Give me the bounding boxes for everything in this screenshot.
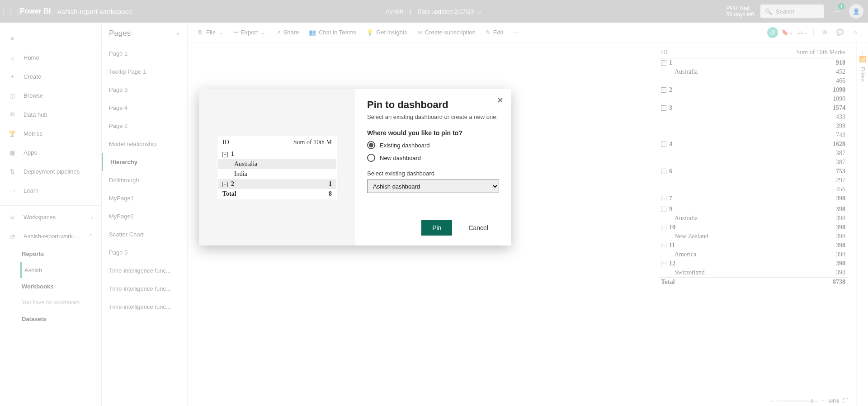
dashboard-select[interactable]: Ashish dashboard — [367, 179, 499, 193]
avatar[interactable]: 👤 — [849, 4, 863, 19]
page-item[interactable]: Page 1 — [102, 44, 187, 62]
collapse-icon[interactable]: − — [661, 60, 666, 66]
page-item[interactable]: MyPage2 — [102, 207, 187, 225]
search-box[interactable]: 🔍 — [760, 5, 824, 18]
page-item[interactable]: Scatter Chart — [102, 225, 187, 243]
table-row: −9398 — [658, 205, 848, 214]
page-item[interactable]: Drillthrough — [102, 171, 187, 189]
table-row: 433 — [658, 113, 848, 122]
nav-hamburger[interactable]: ≡ — [0, 29, 101, 48]
nav-pipelines[interactable]: ⇅Deployment pipelines — [0, 162, 101, 181]
share-button[interactable]: ↗Share — [272, 27, 303, 38]
nav-apps[interactable]: ▦Apps — [0, 143, 101, 162]
filters-pane-collapsed[interactable]: ‹ 📶 Filters — [856, 42, 868, 406]
reset-button[interactable]: ↺ — [767, 27, 778, 38]
nav-browse[interactable]: ◫Browse — [0, 86, 101, 105]
nav-datasets-header: Datasets — [0, 311, 101, 327]
center-updated[interactable]: Data updated 2/17/23 — [417, 8, 474, 15]
refresh-button[interactable]: ⟳ — [818, 26, 831, 39]
signal-icon: 📶 — [859, 56, 866, 62]
collapse-icon[interactable]: − — [661, 87, 666, 93]
collapse-icon[interactable]: − — [661, 105, 666, 111]
search-input[interactable] — [775, 8, 816, 15]
table-row: Australia452 — [658, 67, 848, 76]
mail-icon: ✉ — [417, 29, 422, 36]
nav-report-item[interactable]: Ashish — [20, 262, 101, 278]
nav-datahub[interactable]: ⧉Data hub — [0, 105, 101, 124]
zoom-in-icon[interactable]: + — [821, 398, 825, 404]
collapse-icon[interactable]: − — [661, 261, 666, 266]
fit-icon[interactable]: ⛶ — [843, 398, 848, 404]
comment-button[interactable]: 💬 — [834, 26, 846, 39]
table-row: −11398 — [658, 241, 848, 250]
page-item[interactable]: Time-intelligence func... — [102, 279, 187, 297]
pipeline-icon: ⇅ — [8, 168, 16, 175]
nav-workspaces[interactable]: ⧈Workspaces› — [0, 208, 101, 227]
collapse-icon[interactable]: − — [661, 225, 666, 230]
page-item[interactable]: Time-intelligence func... — [102, 297, 187, 316]
page-item[interactable]: Time-intelligence func... — [102, 261, 187, 279]
more-icon[interactable]: ⋯ 1 — [830, 5, 843, 18]
radio-icon — [367, 154, 375, 162]
page-item[interactable]: Page 5 — [102, 243, 187, 261]
zoom-control[interactable]: − + 84% ⛶ — [770, 398, 848, 404]
brand: Power BI — [20, 7, 51, 15]
matrix-visual[interactable]: ID Sum of 10th Marks −1918Australia45246… — [658, 47, 848, 287]
nav-learn[interactable]: ▭Learn — [0, 181, 101, 200]
radio-new[interactable]: New dashboard — [367, 154, 499, 162]
export-button[interactable]: ↦Export⌄ — [230, 27, 269, 38]
bookmark-button[interactable]: 🔖⌄ — [781, 26, 793, 39]
apps-icon: ▦ — [8, 149, 16, 156]
pin-button[interactable]: Pin — [421, 220, 452, 236]
table-row: Australia398 — [658, 214, 848, 223]
table-row: Switzerland398 — [658, 268, 848, 277]
zoom-slider[interactable] — [777, 401, 818, 401]
favorite-button[interactable]: ☆ — [849, 26, 862, 39]
nav-home[interactable]: ⌂Home — [0, 48, 101, 67]
page-item[interactable]: Page 3 — [102, 80, 187, 99]
page-item[interactable]: MyPage1 — [102, 189, 187, 207]
chevron-down-icon[interactable]: ⌄ — [477, 8, 482, 15]
browse-icon: ◫ — [8, 92, 16, 99]
collapse-icon[interactable]: − — [661, 196, 666, 201]
nav-create[interactable]: ＋Create — [0, 67, 101, 86]
radio-existing[interactable]: Existing dashboard — [367, 141, 499, 149]
collapse-pages-icon[interactable]: « — [176, 30, 180, 37]
page-item[interactable]: Page 2 — [102, 117, 187, 135]
cancel-button[interactable]: Cancel — [458, 220, 499, 236]
workspace-name[interactable]: Ashish-report-workspace — [57, 8, 132, 15]
file-button[interactable]: 🗎File⌄ — [194, 27, 227, 38]
page-item[interactable]: Model relationship — [102, 135, 187, 153]
insights-button[interactable]: 💡Get insights — [363, 27, 411, 38]
collapse-icon[interactable]: − — [661, 142, 666, 147]
view-button[interactable]: ▭⌄ — [796, 26, 809, 39]
left-nav: ≡ ⌂Home ＋Create ◫Browse ⧉Data hub 🏆Metri… — [0, 23, 102, 406]
collapse-icon[interactable]: − — [661, 243, 666, 248]
more-button[interactable]: ⋯ — [509, 27, 523, 38]
table-row: −12398 — [658, 259, 848, 268]
chevron-down-icon: ⌄ — [218, 29, 223, 36]
nav-reports-header: Reports — [0, 245, 101, 262]
page-item[interactable]: Page 4 — [102, 99, 187, 117]
page-item[interactable]: Tooltip Page 1 — [102, 62, 187, 80]
collapse-icon[interactable]: − — [661, 169, 666, 174]
tile-preview-pane: IDSum of 10th M − 1 Australia India − 21… — [199, 89, 355, 245]
workspace-icon: ◔ — [8, 233, 16, 240]
collapse-icon[interactable]: − — [661, 207, 666, 212]
nav-metrics[interactable]: 🏆Metrics — [0, 124, 101, 143]
chevron-up-icon: ⌃ — [88, 233, 93, 240]
edit-button[interactable]: ✎Edit — [482, 27, 507, 38]
datahub-icon: ⧉ — [8, 111, 16, 118]
close-button[interactable]: ✕ — [497, 95, 504, 105]
learn-icon: ▭ — [8, 187, 16, 194]
chat-teams-button[interactable]: 👥Chat in Teams — [305, 27, 360, 38]
waffle-icon[interactable]: ⋮⋮⋮ — [5, 5, 17, 18]
file-icon: 🗎 — [198, 29, 203, 36]
subscription-button[interactable]: ✉Create subscription — [414, 27, 479, 38]
workspaces-icon: ⧈ — [8, 213, 16, 221]
nav-current-workspace[interactable]: ◔Ashish-report-work...⌃ — [0, 227, 101, 245]
zoom-out-icon[interactable]: − — [770, 398, 774, 404]
radio-icon — [367, 141, 375, 149]
share-icon: ↗ — [276, 29, 281, 36]
page-item[interactable]: Hierarchy — [102, 153, 187, 171]
